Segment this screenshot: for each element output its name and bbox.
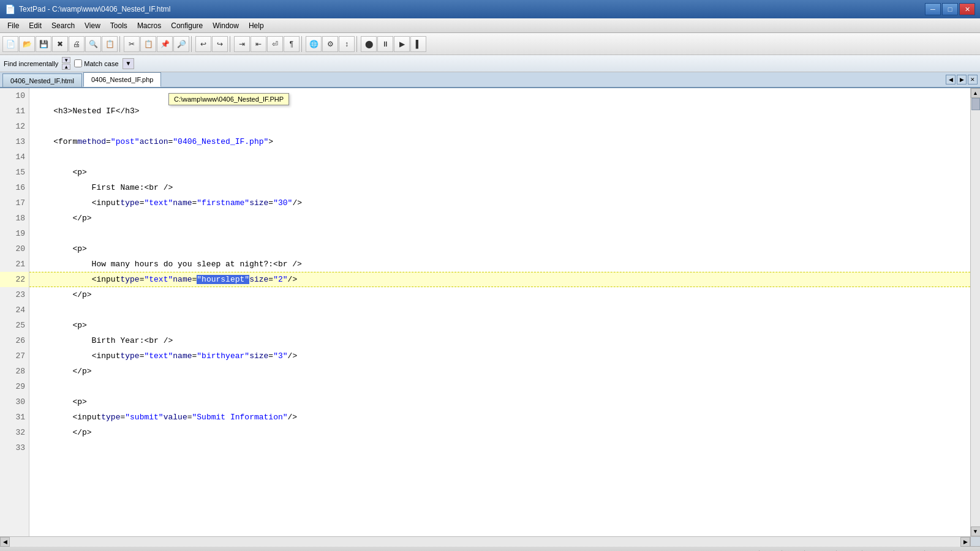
match-case-text: Match case xyxy=(84,60,118,67)
maximize-button[interactable]: □ xyxy=(942,3,958,15)
undo-button[interactable]: ↩ xyxy=(195,36,211,52)
tools1-button[interactable]: ⚙ xyxy=(322,36,338,52)
hscroll-left-button[interactable]: ◀ xyxy=(0,537,10,547)
code-line-16: First Name:<br /> xyxy=(29,180,970,195)
code-line-21: How many hours do you sleep at night?:<b… xyxy=(29,257,970,272)
linenum-18: 18 xyxy=(0,211,29,226)
linenum-30: 30 xyxy=(0,394,29,410)
code-line-22: <input type="text" name="hourslept" size… xyxy=(29,272,970,287)
code-line-18: </p> xyxy=(29,211,970,226)
code-line-29 xyxy=(29,379,970,394)
linenum-11: 11 xyxy=(0,103,29,119)
linenum-13: 13 xyxy=(0,134,29,149)
statusbar: 9 bytes selected 22 42 Read Ovr Block Sy… xyxy=(0,546,980,551)
unindent-button[interactable]: ⇤ xyxy=(251,36,266,52)
page-setup-button[interactable]: 📋 xyxy=(102,36,118,52)
close-button[interactable]: ✕ xyxy=(959,3,975,15)
open-button[interactable]: 📂 xyxy=(19,36,35,52)
linenum-32: 32 xyxy=(0,425,29,440)
match-case-checkbox[interactable] xyxy=(74,59,82,67)
code-line-19 xyxy=(29,226,970,241)
indent-button[interactable]: ⇥ xyxy=(234,36,250,52)
scroll-down-button[interactable]: ▼ xyxy=(971,527,981,536)
menu-view[interactable]: View xyxy=(80,20,105,31)
menu-window[interactable]: Window xyxy=(208,20,244,31)
linenum-12: 12 xyxy=(0,119,29,134)
print-preview-button[interactable]: 🔍 xyxy=(85,36,101,52)
whitespace-button[interactable]: ¶ xyxy=(284,36,300,52)
hscroll-track[interactable] xyxy=(10,537,960,547)
redo-button[interactable]: ↪ xyxy=(212,36,228,52)
code-line-15: <p> xyxy=(29,165,970,180)
cut-button[interactable]: ✂ xyxy=(124,36,140,52)
scroll-track[interactable] xyxy=(971,98,981,527)
menu-configure[interactable]: Configure xyxy=(166,20,208,31)
hscrollbar-container: ◀ ▶ xyxy=(0,536,980,546)
close-file-button[interactable]: ✖ xyxy=(52,36,68,52)
print-button[interactable]: 🖨 xyxy=(69,36,85,52)
tabbar: 0406_Nested_IF.html 0406_Nested_IF.php ◀… xyxy=(0,72,980,88)
tab-close-button[interactable]: ✕ xyxy=(968,75,978,84)
find-more-button[interactable]: ▼ xyxy=(123,58,135,69)
hscroll-right-button[interactable]: ▶ xyxy=(960,537,970,547)
titlebar-title: TextPad - C:\wamp\www\0406_Nested_IF.htm… xyxy=(19,5,170,13)
scroll-thumb[interactable] xyxy=(971,98,980,110)
menu-tools[interactable]: Tools xyxy=(105,20,132,31)
match-case-label[interactable]: Match case xyxy=(74,59,118,67)
tooltip-text: C:\wamp\www\0406_Nested_IF.PHP xyxy=(174,96,284,103)
code-line-11: <h3>Nested IF</h3> xyxy=(29,103,970,119)
linenum-17: 17 xyxy=(0,195,29,211)
find-down-arrow[interactable]: ▼ xyxy=(62,57,70,63)
code-area[interactable]: <h3>Nested IF</h3> <form method="post" a… xyxy=(29,88,970,536)
code-line-20: <p> xyxy=(29,241,970,257)
tab-html-label: 0406_Nested_IF.html xyxy=(10,77,74,84)
find-up-arrow[interactable]: ▲ xyxy=(62,64,70,70)
new-button[interactable]: 📄 xyxy=(2,36,18,52)
minimize-button[interactable]: ─ xyxy=(925,3,941,15)
copy-button[interactable]: 📋 xyxy=(140,36,156,52)
tab-left-button[interactable]: ◀ xyxy=(946,75,956,84)
line-numbers: 10 11 12 13 14 15 16 17 18 19 20 21 22 2… xyxy=(0,88,29,536)
find-button[interactable]: 🔎 xyxy=(173,36,189,52)
separator-3 xyxy=(230,36,232,52)
tab-right-button[interactable]: ▶ xyxy=(957,75,967,84)
titlebar: 📄 TextPad - C:\wamp\www\0406_Nested_IF.h… xyxy=(0,0,980,18)
find-incrementally-label[interactable]: Find incrementally xyxy=(4,60,58,67)
linenum-22: 22 xyxy=(0,272,29,287)
menu-help[interactable]: Help xyxy=(244,20,269,31)
find-incrementally-text: Find incrementally xyxy=(4,60,58,67)
tab-php[interactable]: 0406_Nested_IF.php xyxy=(83,72,162,87)
linenum-29: 29 xyxy=(0,379,29,394)
extra2-button[interactable]: ⏸ xyxy=(377,36,393,52)
linenum-20: 20 xyxy=(0,241,29,257)
paste-button[interactable]: 📌 xyxy=(157,36,173,52)
browser-button[interactable]: 🌐 xyxy=(306,36,322,52)
linenum-16: 16 xyxy=(0,180,29,195)
tools2-button[interactable]: ↕ xyxy=(339,36,355,52)
extra4-button[interactable]: ▌ xyxy=(410,36,426,52)
app-icon: 📄 xyxy=(5,4,15,14)
linenum-33: 33 xyxy=(0,440,29,455)
code-line-28: </p> xyxy=(29,364,970,379)
linenum-14: 14 xyxy=(0,149,29,165)
vertical-scrollbar[interactable]: ▲ ▼ xyxy=(970,88,980,536)
extra1-button[interactable]: ⬤ xyxy=(361,36,377,52)
tab-html[interactable]: 0406_Nested_IF.html xyxy=(2,73,82,87)
menu-search[interactable]: Search xyxy=(47,20,80,31)
wordwrap-button[interactable]: ⏎ xyxy=(267,36,283,52)
linenum-26: 26 xyxy=(0,333,29,348)
code-line-27: <input type="text" name="birthyear" size… xyxy=(29,348,970,364)
menu-edit[interactable]: Edit xyxy=(24,20,47,31)
linenum-24: 24 xyxy=(0,302,29,318)
find-arrows: ▼ ▲ xyxy=(62,57,70,70)
code-line-17: <input type="text" name="firstname" size… xyxy=(29,195,970,211)
menubar: File Edit Search View Tools Macros Confi… xyxy=(0,18,980,33)
menu-macros[interactable]: Macros xyxy=(132,20,166,31)
save-button[interactable]: 💾 xyxy=(36,36,51,52)
linenum-27: 27 xyxy=(0,348,29,364)
extra3-button[interactable]: ▶ xyxy=(394,36,410,52)
separator-4 xyxy=(301,36,304,52)
scroll-up-button[interactable]: ▲ xyxy=(971,88,981,98)
findbar: Find incrementally ▼ ▲ Match case ▼ xyxy=(0,55,980,72)
menu-file[interactable]: File xyxy=(2,20,24,31)
